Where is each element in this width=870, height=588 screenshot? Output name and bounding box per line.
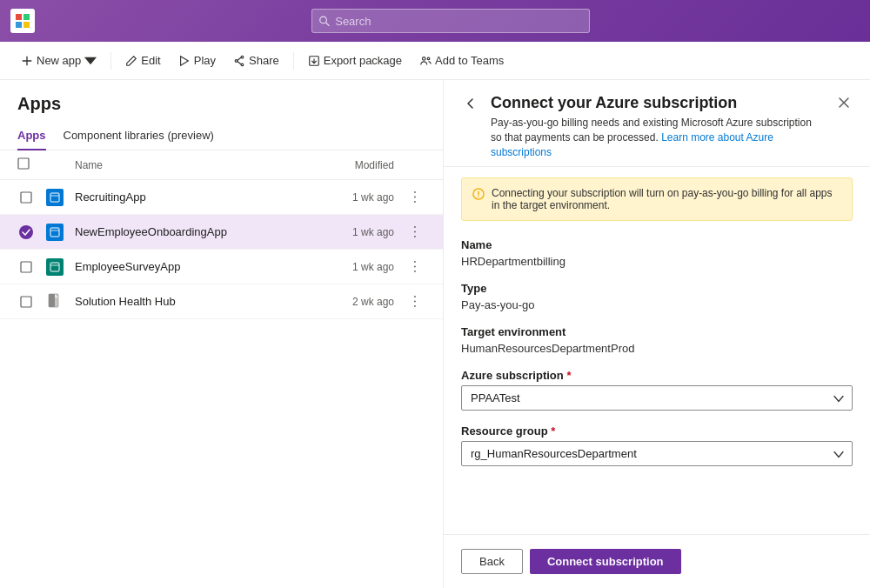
share-label: Share <box>249 54 279 67</box>
row-modified-4: 2 wk ago <box>325 296 394 308</box>
edit-button[interactable]: Edit <box>118 50 167 71</box>
apps-table: Name Modified RecruitingApp 1 wk ago ··· <box>0 150 443 588</box>
resource-group-dropdown[interactable]: rg_HumanResourcesDepartment <box>461 441 853 466</box>
topbar <box>0 0 870 42</box>
row-name-2: NewEmployeeOnboardingApp <box>75 225 314 238</box>
row-checkbox-4[interactable] <box>17 296 35 308</box>
svg-rect-15 <box>18 158 29 169</box>
row-actions-2[interactable]: ··· <box>405 224 425 240</box>
field-azure-sub: Azure subscription * PPAATest <box>461 369 853 411</box>
row-modified-3: 1 wk ago <box>325 261 394 273</box>
selected-check-icon <box>19 225 33 239</box>
more-options-icon-1[interactable]: ··· <box>407 190 423 204</box>
row-name-4: Solution Health Hub <box>75 295 314 308</box>
resource-group-label: Resource group * <box>461 424 853 438</box>
left-panel: Apps Apps Component libraries (preview) … <box>0 80 444 588</box>
tab-component-libraries[interactable]: Component libraries (preview) <box>64 122 214 150</box>
svg-point-8 <box>241 63 244 66</box>
svg-rect-16 <box>21 192 31 203</box>
svg-rect-2 <box>16 22 22 28</box>
toolbar-divider-1 <box>110 52 111 70</box>
row-checkbox-2[interactable] <box>17 225 35 239</box>
warning-banner: Connecting your subscription will turn o… <box>461 177 853 221</box>
resource-group-dropdown-wrapper: rg_HumanResourcesDepartment <box>461 441 853 466</box>
more-options-icon-2[interactable]: ··· <box>407 224 423 238</box>
svg-line-11 <box>238 61 241 64</box>
type-value: Pay-as-you-go <box>461 298 853 311</box>
right-panel: Connect your Azure subscription Pay-as-y… <box>444 80 870 588</box>
type-label: Type <box>461 282 853 295</box>
back-arrow-button[interactable] <box>461 94 480 113</box>
table-row[interactable]: EmployeeSurveyApp 1 wk ago ··· <box>0 250 443 284</box>
app-logo <box>10 9 35 33</box>
panel-footer: Back Connect subscription <box>444 534 870 588</box>
svg-point-13 <box>423 57 426 60</box>
svg-rect-26 <box>49 294 55 307</box>
svg-rect-0 <box>16 14 22 20</box>
row-icon-2 <box>45 224 64 241</box>
panel-title-area: Connect your Azure subscription Pay-as-y… <box>491 94 825 159</box>
tabs: Apps Component libraries (preview) <box>0 121 443 150</box>
field-target-env: Target environment HumanResourcesDepartm… <box>461 325 853 355</box>
field-resource-group: Resource group * rg_HumanResourcesDepart… <box>461 424 853 466</box>
resource-group-required: * <box>551 424 555 438</box>
add-to-teams-button[interactable]: Add to Teams <box>412 50 511 71</box>
panel-title: Connect your Azure subscription <box>491 94 825 112</box>
row-modified-1: 1 wk ago <box>325 191 394 204</box>
svg-rect-19 <box>50 228 59 237</box>
row-actions-3[interactable]: ··· <box>405 259 425 275</box>
back-button[interactable]: Back <box>461 549 523 574</box>
row-name-1: RecruitingApp <box>75 190 314 204</box>
more-options-icon-3[interactable]: ··· <box>407 259 423 273</box>
svg-rect-1 <box>23 14 30 20</box>
svg-rect-21 <box>21 262 31 272</box>
share-button[interactable]: Share <box>226 50 286 71</box>
row-checkbox-3[interactable] <box>17 261 35 273</box>
table-header: Name Modified <box>0 150 443 180</box>
svg-line-5 <box>326 23 330 26</box>
tab-apps[interactable]: Apps <box>17 122 46 150</box>
field-name: Name HRDepartmentbilling <box>461 238 853 268</box>
panel-form: Name HRDepartmentbilling Type Pay-as-you… <box>444 231 870 534</box>
svg-marker-6 <box>180 56 188 65</box>
page-title: Apps <box>0 80 443 121</box>
close-button[interactable] <box>835 94 853 115</box>
azure-sub-dropdown[interactable]: PPAATest <box>461 385 853 411</box>
row-modified-2: 1 wk ago <box>325 226 394 238</box>
panel-subtitle: Pay-as-you-go billing needs and existing… <box>491 116 825 159</box>
connect-subscription-button[interactable]: Connect subscription <box>530 549 681 574</box>
canvas-icon-teal <box>46 258 64 276</box>
svg-rect-3 <box>23 22 30 28</box>
name-label: Name <box>461 238 853 251</box>
svg-point-29 <box>478 197 478 197</box>
table-row[interactable]: RecruitingApp 1 wk ago ··· <box>0 180 443 215</box>
header-modified: Modified <box>325 159 394 171</box>
field-type: Type Pay-as-you-go <box>461 282 853 311</box>
row-actions-1[interactable]: ··· <box>405 190 425 205</box>
play-label: Play <box>194 54 216 67</box>
row-icon-3 <box>45 258 64 276</box>
row-actions-4[interactable]: ··· <box>405 294 425 310</box>
table-row[interactable]: NewEmployeeOnboardingApp 1 wk ago ··· <box>0 215 443 250</box>
azure-sub-label: Azure subscription * <box>461 369 853 382</box>
header-name: Name <box>75 159 314 171</box>
toolbar: New app Edit Play Share Export package A… <box>0 42 870 80</box>
row-checkbox-1[interactable] <box>17 191 35 204</box>
panel-header: Connect your Azure subscription Pay-as-y… <box>444 80 870 167</box>
svg-rect-17 <box>50 193 59 202</box>
table-row[interactable]: Solution Health Hub 2 wk ago ··· <box>0 284 443 319</box>
search-box[interactable] <box>311 9 590 33</box>
play-button[interactable]: Play <box>171 50 223 71</box>
svg-point-4 <box>320 17 327 23</box>
more-options-icon-4[interactable]: ··· <box>407 294 423 308</box>
row-icon-4 <box>45 293 64 311</box>
target-env-label: Target environment <box>461 325 853 338</box>
search-input[interactable] <box>335 15 582 28</box>
new-app-button[interactable]: New app <box>14 50 104 71</box>
add-to-teams-label: Add to Teams <box>435 54 504 67</box>
name-value: HRDepartmentbilling <box>461 255 853 268</box>
toolbar-divider-2 <box>293 52 294 70</box>
svg-rect-24 <box>21 297 31 307</box>
warning-text: Connecting your subscription will turn o… <box>492 187 841 211</box>
export-package-button[interactable]: Export package <box>301 50 409 71</box>
